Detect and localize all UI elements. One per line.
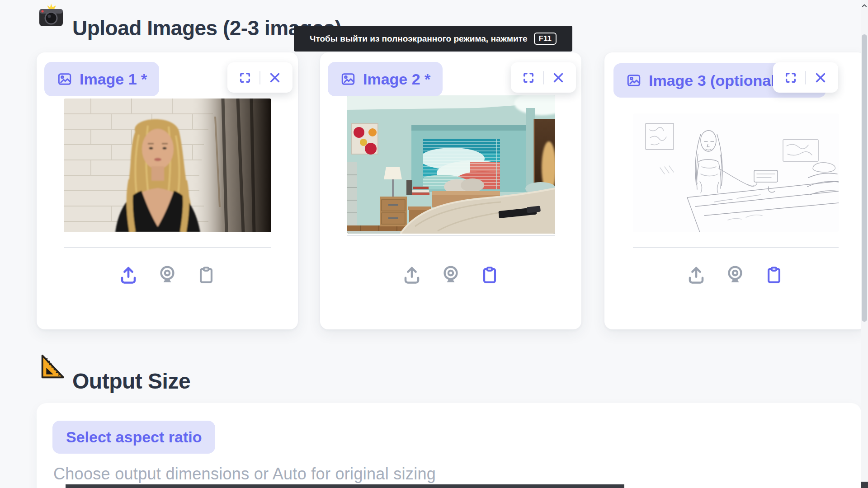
actions-divider	[259, 71, 260, 84]
photo-woman-portrait	[64, 99, 271, 232]
fullscreen-icon	[783, 70, 798, 85]
fullscreen-toast-text: Чтобы выйти из полноэкранного режима, на…	[310, 34, 527, 44]
aspect-ratio-label: Select aspect ratio	[52, 421, 215, 454]
preview-divider	[633, 247, 839, 248]
picture-icon	[57, 71, 73, 87]
image-1-tools	[37, 263, 298, 286]
close-button[interactable]	[264, 67, 285, 88]
image-1-preview[interactable]	[64, 99, 271, 232]
close-icon	[551, 70, 566, 85]
image-2-actions	[511, 62, 576, 93]
clipboard-icon	[764, 265, 784, 285]
image-3-actions	[773, 62, 838, 93]
page: Upload Images (2-3 images) Чтобы выйти и…	[0, 0, 868, 488]
preview-divider	[64, 247, 271, 248]
fullscreen-button[interactable]	[780, 67, 801, 88]
actions-divider	[805, 71, 806, 84]
vertical-scrollbar-thumb[interactable]	[862, 34, 867, 322]
clipboard-paste-button[interactable]	[478, 263, 501, 286]
close-icon	[813, 70, 828, 85]
image-1-label-badge: Image 1 *	[44, 62, 159, 96]
webcam-icon	[440, 264, 461, 285]
upload-icon	[686, 264, 707, 285]
image-3-preview[interactable]	[633, 113, 839, 232]
picture-icon	[340, 71, 356, 87]
image-card-1: Image 1 *	[37, 52, 298, 329]
image-card-3: Image 3 (optional)	[604, 52, 866, 329]
scroll-up-arrow-icon[interactable]	[861, 2, 868, 9]
clipboard-paste-button[interactable]	[194, 263, 218, 286]
image-card-2: Image 2 *	[320, 52, 581, 329]
clipboard-paste-button[interactable]	[762, 263, 786, 286]
image-3-tools	[604, 263, 866, 286]
close-button[interactable]	[810, 67, 831, 88]
upload-icon	[401, 264, 422, 285]
webcam-button[interactable]	[439, 263, 462, 286]
image-1-actions	[227, 62, 292, 93]
clipboard-icon	[480, 265, 500, 285]
photo-teal-bedroom	[347, 95, 555, 234]
fullscreen-button[interactable]	[235, 67, 255, 88]
triangle-ruler-icon	[38, 353, 64, 380]
close-button[interactable]	[548, 67, 569, 88]
webcam-icon	[157, 264, 178, 285]
upload-icon	[118, 264, 139, 285]
sketch-woman-at-desk	[633, 113, 839, 232]
f11-keycap: F11	[534, 33, 557, 45]
image-1-label: Image 1 *	[80, 70, 147, 88]
picture-icon	[626, 72, 642, 89]
clipboard-icon	[196, 265, 216, 285]
webcam-button[interactable]	[723, 263, 747, 286]
actions-divider	[543, 71, 544, 84]
image-2-tools	[320, 263, 581, 286]
webcam-icon	[725, 264, 745, 285]
fullscreen-icon	[521, 70, 536, 85]
preview-divider	[347, 235, 555, 236]
fullscreen-icon	[238, 70, 252, 85]
output-size-panel: Select aspect ratio Choose output dimens…	[37, 403, 861, 488]
fullscreen-button[interactable]	[518, 67, 539, 88]
upload-file-button[interactable]	[117, 263, 140, 286]
upload-file-button[interactable]	[684, 263, 708, 286]
webcam-button[interactable]	[156, 263, 179, 286]
camera-flash-icon	[38, 4, 64, 27]
fullscreen-toast: Чтобы выйти из полноэкранного режима, на…	[294, 26, 572, 52]
aspect-ratio-subtitle: Choose output dimensions or Auto for ori…	[53, 465, 436, 483]
upload-file-button[interactable]	[400, 263, 424, 286]
image-2-preview[interactable]	[347, 95, 555, 234]
scrollbar-corner	[861, 482, 868, 488]
image-2-label: Image 2 *	[363, 70, 430, 88]
horizontal-scrollbar-thumb[interactable]	[66, 484, 624, 488]
image-3-label: Image 3 (optional)	[649, 72, 780, 89]
image-2-label-badge: Image 2 *	[328, 62, 443, 96]
close-icon	[267, 70, 283, 85]
output-size-title: Output Size	[72, 369, 190, 394]
